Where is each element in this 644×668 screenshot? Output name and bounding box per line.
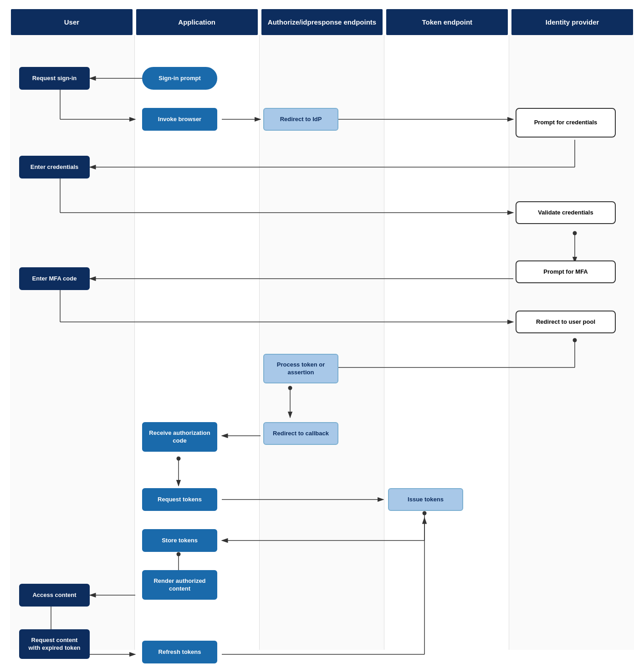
node-redirect-callback: Redirect to callback bbox=[263, 422, 338, 445]
header-idp: Identity provider bbox=[511, 9, 633, 35]
node-prompt-credentials: Prompt for credentials bbox=[516, 108, 616, 138]
header-authorize: Authorize/idpresponse endpoints bbox=[261, 9, 383, 35]
node-invoke-browser: Invoke browser bbox=[142, 108, 217, 131]
flow-diagram: Request sign-in Enter credentials Enter … bbox=[10, 35, 634, 650]
column-headers: User Application Authorize/idpresponse e… bbox=[9, 9, 635, 35]
node-request-signin: Request sign-in bbox=[19, 67, 90, 90]
node-issue-tokens: Issue tokens bbox=[388, 488, 463, 511]
node-enter-credentials: Enter credentials bbox=[19, 156, 90, 178]
node-access-content: Access content bbox=[19, 584, 90, 607]
node-prompt-mfa: Prompt for MFA bbox=[516, 260, 616, 283]
node-process-token: Process token or assertion bbox=[263, 354, 338, 383]
node-signin-prompt: Sign-in prompt bbox=[142, 67, 217, 90]
header-application: Application bbox=[136, 9, 258, 35]
header-user: User bbox=[11, 9, 133, 35]
node-render-content: Render authorized content bbox=[142, 570, 217, 600]
node-enter-mfa: Enter MFA code bbox=[19, 267, 90, 290]
node-redirect-user-pool: Redirect to user pool bbox=[516, 311, 616, 333]
swimlane-user bbox=[10, 35, 135, 650]
node-validate-credentials: Validate credentials bbox=[516, 201, 616, 224]
swimlane-token bbox=[384, 35, 509, 650]
diagram-container: User Application Authorize/idpresponse e… bbox=[0, 0, 644, 668]
node-request-expired: Request content with expired token bbox=[19, 629, 90, 659]
node-request-tokens: Request tokens bbox=[142, 488, 217, 511]
node-redirect-idp: Redirect to IdP bbox=[263, 108, 338, 131]
node-store-tokens: Store tokens bbox=[142, 529, 217, 552]
header-token: Token endpoint bbox=[386, 9, 508, 35]
node-receive-auth-code: Receive authorization code bbox=[142, 422, 217, 452]
node-refresh-tokens: Refresh tokens bbox=[142, 641, 217, 663]
